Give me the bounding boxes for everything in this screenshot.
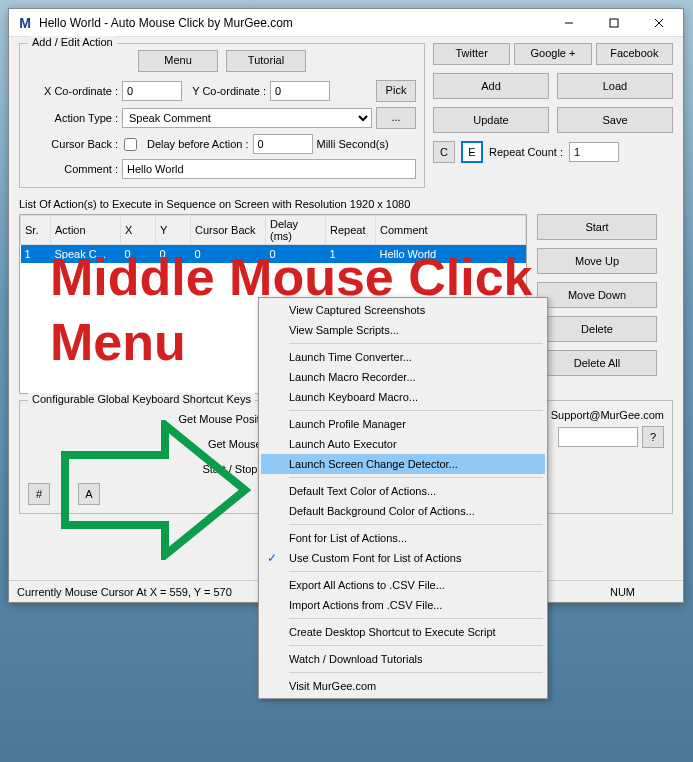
menu-item[interactable]: Launch Macro Recorder... bbox=[261, 367, 545, 387]
hash-button[interactable]: # bbox=[28, 483, 50, 505]
repeat-count-input[interactable] bbox=[569, 142, 619, 162]
close-button[interactable] bbox=[636, 9, 681, 37]
svg-rect-1 bbox=[610, 19, 618, 27]
menu-item[interactable]: Launch Time Converter... bbox=[261, 347, 545, 367]
support-label: Support@MurGee.com bbox=[551, 409, 664, 421]
comment-label: Comment : bbox=[28, 163, 118, 175]
cursor-back-checkbox[interactable] bbox=[124, 138, 137, 151]
tutorial-button[interactable]: Tutorial bbox=[226, 50, 306, 72]
menu-item[interactable]: View Captured Screenshots bbox=[261, 300, 545, 320]
menu-item[interactable]: Visit MurGee.com bbox=[261, 676, 545, 696]
save-button[interactable]: Save bbox=[557, 107, 673, 133]
num-lock-indicator: NUM bbox=[610, 586, 675, 598]
c-button[interactable]: C bbox=[433, 141, 455, 163]
titlebar[interactable]: M Hello World - Auto Mouse Click by MurG… bbox=[9, 9, 683, 37]
minimize-button[interactable] bbox=[546, 9, 591, 37]
y-label: Y Co-ordinate : bbox=[186, 85, 266, 97]
twitter-button[interactable]: Twitter bbox=[433, 43, 510, 65]
app-icon: M bbox=[17, 15, 33, 31]
menu-separator bbox=[289, 477, 543, 478]
pick-button[interactable]: Pick bbox=[376, 80, 416, 102]
action-type-label: Action Type : bbox=[28, 112, 118, 124]
repeat-label: Repeat Count : bbox=[489, 146, 563, 158]
e-button[interactable]: E bbox=[461, 141, 483, 163]
comment-input[interactable] bbox=[122, 159, 416, 179]
google-button[interactable]: Google + bbox=[514, 43, 591, 65]
menu-item[interactable]: Create Desktop Shortcut to Execute Scrip… bbox=[261, 622, 545, 642]
action-type-select[interactable]: Speak Comment bbox=[122, 108, 372, 128]
x-coordinate-input[interactable] bbox=[122, 81, 182, 101]
menu-item[interactable]: Launch Screen Change Detector... bbox=[261, 454, 545, 474]
table-row[interactable]: 1 Speak C... 0 0 0 0 1 Hello World bbox=[21, 245, 526, 263]
menu-item[interactable]: Watch / Download Tutorials bbox=[261, 649, 545, 669]
menu-item[interactable]: Import Actions from .CSV File... bbox=[261, 595, 545, 615]
menu-separator bbox=[289, 618, 543, 619]
menu-separator bbox=[289, 524, 543, 525]
delete-all-button[interactable]: Delete All bbox=[537, 350, 657, 376]
update-button[interactable]: Update bbox=[433, 107, 549, 133]
delay-input[interactable] bbox=[253, 134, 313, 154]
x-label: X Co-ordinate : bbox=[28, 85, 118, 97]
status-text: Currently Mouse Cursor At X = 559, Y = 5… bbox=[17, 586, 232, 598]
menu-separator bbox=[289, 571, 543, 572]
menu-separator bbox=[289, 672, 543, 673]
ms-label: Milli Second(s) bbox=[317, 138, 389, 150]
menu-item[interactable]: Default Text Color of Actions... bbox=[261, 481, 545, 501]
start-button[interactable]: Start bbox=[537, 214, 657, 240]
a-button[interactable]: A bbox=[78, 483, 100, 505]
menu-separator bbox=[289, 343, 543, 344]
action-type-more-button[interactable]: ... bbox=[376, 107, 416, 129]
context-menu: View Captured ScreenshotsView Sample Scr… bbox=[258, 297, 548, 699]
menu-item[interactable]: Launch Keyboard Macro... bbox=[261, 387, 545, 407]
menu-button[interactable]: Menu bbox=[138, 50, 218, 72]
delay-before-label: Delay before Action : bbox=[147, 138, 249, 150]
list-label: List Of Action(s) to Execute in Sequence… bbox=[19, 198, 673, 210]
menu-item[interactable]: Use Custom Font for List of Actions✓ bbox=[261, 548, 545, 568]
menu-item[interactable]: Launch Auto Executor bbox=[261, 434, 545, 454]
move-up-button[interactable]: Move Up bbox=[537, 248, 657, 274]
add-button[interactable]: Add bbox=[433, 73, 549, 99]
cursor-back-label: Cursor Back : bbox=[28, 138, 118, 150]
load-button[interactable]: Load bbox=[557, 73, 673, 99]
legend-add-edit: Add / Edit Action bbox=[28, 36, 117, 48]
maximize-button[interactable] bbox=[591, 9, 636, 37]
menu-item[interactable]: Launch Profile Manager bbox=[261, 414, 545, 434]
menu-item[interactable]: Font for List of Actions... bbox=[261, 528, 545, 548]
window-title: Hello World - Auto Mouse Click by MurGee… bbox=[39, 16, 546, 30]
move-down-button[interactable]: Move Down bbox=[537, 282, 657, 308]
extra-shortcut-input[interactable] bbox=[558, 427, 638, 447]
help-button[interactable]: ? bbox=[642, 426, 664, 448]
legend-shortcuts: Configurable Global Keyboard Shortcut Ke… bbox=[28, 393, 255, 405]
facebook-button[interactable]: Facebook bbox=[596, 43, 673, 65]
check-icon: ✓ bbox=[267, 551, 277, 565]
menu-item[interactable]: View Sample Scripts... bbox=[261, 320, 545, 340]
delete-button[interactable]: Delete bbox=[537, 316, 657, 342]
menu-item[interactable]: Export All Actions to .CSV File... bbox=[261, 575, 545, 595]
menu-separator bbox=[289, 410, 543, 411]
add-edit-action-group: Add / Edit Action Menu Tutorial X Co-ord… bbox=[19, 43, 425, 188]
y-coordinate-input[interactable] bbox=[270, 81, 330, 101]
table-header[interactable]: Sr. Action X Y Cursor Back Delay (ms) Re… bbox=[21, 216, 526, 245]
menu-separator bbox=[289, 645, 543, 646]
menu-item[interactable]: Default Background Color of Actions... bbox=[261, 501, 545, 521]
